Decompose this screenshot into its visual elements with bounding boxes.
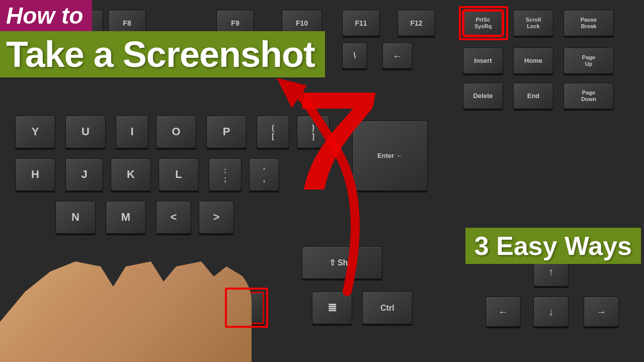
key-k: K <box>111 158 151 191</box>
key-j: J <box>65 158 103 191</box>
key-f12: F12 <box>397 10 435 36</box>
key-ctrl: Ctrl <box>362 292 413 324</box>
prtsc-highlight-box <box>459 6 508 40</box>
screenshot-box: Take a Screenshot <box>0 31 325 77</box>
key-shift: ⇧ Shift <box>302 246 382 279</box>
key-arrow-right: → <box>584 297 619 327</box>
key-o: O <box>156 116 196 148</box>
easy-ways-badge: 3 Easy Ways <box>465 228 641 264</box>
key-comma: ', <box>249 158 279 191</box>
key-menu: ≣ <box>312 292 352 324</box>
key-scrolllock: ScrollLock <box>513 10 553 36</box>
key-pagedown: PageDown <box>564 83 614 109</box>
key-pausebreak: PauseBreak <box>564 10 614 36</box>
key-leftarrow: ← <box>382 43 413 69</box>
easy-ways-label: 3 Easy Ways <box>474 231 632 260</box>
key-pageup: PageUp <box>564 48 614 74</box>
key-semicolon: :; <box>209 158 242 191</box>
key-end: End <box>513 83 553 109</box>
key-h: H <box>15 158 55 191</box>
how-to-label: How to <box>6 3 83 29</box>
key-lbrace: {[ <box>257 116 289 148</box>
key-arrow-down: ↓ <box>533 297 569 327</box>
key-u: U <box>65 116 106 148</box>
key-n: N <box>55 201 96 234</box>
key-gt: > <box>199 201 234 234</box>
title-overlay: How to Take a Screenshot <box>0 0 325 77</box>
winkey-highlight-box <box>225 288 268 328</box>
key-p: P <box>206 116 247 148</box>
key-l: L <box>158 158 199 191</box>
key-arrow-left: ← <box>486 297 521 327</box>
thumbnail: F7 F8 F9 F10 F11 F12 PrtScSysRq ScrollLo… <box>0 0 644 362</box>
key-lt: < <box>156 201 191 234</box>
number-seven-decoration: 7 <box>292 70 370 211</box>
key-i: I <box>116 116 148 148</box>
key-y: Y <box>15 116 55 148</box>
key-m: M <box>106 201 146 234</box>
main-title-label: Take a Screenshot <box>6 34 315 74</box>
key-delete: Delete <box>463 83 503 109</box>
how-to-box: How to <box>0 0 92 31</box>
key-f11: F11 <box>342 10 380 36</box>
key-insert: Insert <box>463 48 503 74</box>
key-home: Home <box>513 48 553 74</box>
